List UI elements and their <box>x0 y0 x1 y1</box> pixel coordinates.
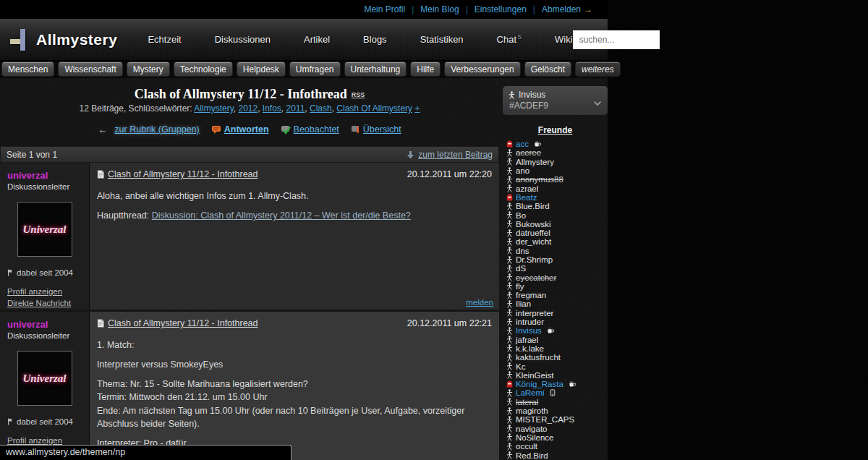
friend-row[interactable]: acc <box>503 140 608 148</box>
logout-link[interactable]: Abmelden→ <box>542 4 592 14</box>
friend-name[interactable]: magiroth <box>516 406 548 415</box>
friend-name[interactable]: Bo <box>516 211 526 220</box>
search-input[interactable] <box>573 30 660 49</box>
nav-item-artikel[interactable]: Artikel <box>304 34 330 45</box>
friend-name[interactable]: anonymus88 <box>516 175 563 184</box>
keyword-link[interactable]: Clash Of Allmystery <box>336 103 412 114</box>
user-link-direkte-nachricht[interactable]: Direkte Nachricht <box>7 299 82 307</box>
friend-name[interactable]: LaRemi <box>516 388 545 397</box>
friend-row[interactable]: jafrael <box>503 336 608 344</box>
friend-row[interactable]: MISTER_CAPS <box>503 415 608 424</box>
friend-name[interactable]: KleinGeist <box>516 371 553 380</box>
keyword-link[interactable]: 2011 <box>286 103 305 114</box>
friend-row[interactable]: ano <box>503 166 608 175</box>
friend-row[interactable]: azrael <box>503 184 608 192</box>
site-logo[interactable]: Allmystery <box>9 27 117 53</box>
friend-row[interactable]: Red.Bird <box>503 451 608 459</box>
friend-name[interactable]: azrael <box>516 184 538 193</box>
friend-name[interactable]: occult <box>516 442 537 451</box>
friend-row[interactable]: Blue.Bird <box>503 202 608 210</box>
friend-row[interactable]: datrueffel <box>503 229 608 237</box>
friend-name[interactable]: ano <box>516 166 529 175</box>
friend-name[interactable]: intruder <box>516 318 544 326</box>
friend-row[interactable]: dS <box>503 264 608 273</box>
tab-mystery[interactable]: Mystery <box>127 61 170 77</box>
post-title-link[interactable]: Clash of Allmystery 11/12 - Infothread <box>108 318 258 328</box>
friend-row[interactable]: anonymus88 <box>503 175 608 184</box>
post-username[interactable]: univerzal <box>7 319 82 330</box>
friend-name[interactable]: datrueffel <box>516 229 550 237</box>
friend-name[interactable]: eyecatcher <box>516 273 556 282</box>
friend-name[interactable]: Red.Bird <box>516 451 548 460</box>
keyword-link[interactable]: 2012 <box>238 103 258 114</box>
nav-item-statistiken[interactable]: Statistiken <box>420 34 464 45</box>
keyword-link[interactable]: Allmystery <box>194 103 233 114</box>
friend-row[interactable]: eyecatcher <box>503 273 608 281</box>
friend-name[interactable]: acc <box>516 140 529 148</box>
friend-name[interactable]: König_Rasta <box>516 380 563 388</box>
friend-row[interactable]: NoSilence <box>503 433 608 442</box>
friend-row[interactable]: der_wicht <box>503 237 608 246</box>
tab-weiteres[interactable]: weiteres <box>575 61 621 77</box>
friend-name[interactable]: dns <box>516 247 529 255</box>
friend-row[interactable]: Allmystery <box>503 158 608 166</box>
friend-name[interactable]: interpreter <box>516 309 553 318</box>
friend-row[interactable]: interpreter <box>503 309 608 318</box>
friend-row[interactable]: König_Rasta <box>503 380 608 388</box>
friend-row[interactable]: Bukowski <box>503 220 608 229</box>
back-to-rubrik-link[interactable]: ← zur Rubrik (Gruppen) <box>98 124 199 135</box>
friend-row[interactable]: LaRemi <box>503 388 608 397</box>
post-username[interactable]: univerzal <box>7 170 82 181</box>
overview-button[interactable]: Übersicht <box>351 124 401 135</box>
friend-name[interactable]: Bukowski <box>516 220 551 229</box>
friend-row[interactable]: lateral <box>503 398 608 406</box>
friend-row[interactable]: Beatz <box>503 193 608 202</box>
topbar-link[interactable]: Einstellungen <box>475 4 527 14</box>
friend-name[interactable]: Beatz <box>516 193 537 202</box>
friend-name[interactable]: Allmystery <box>516 158 554 166</box>
tab-helpdesk[interactable]: Helpdesk <box>237 61 286 77</box>
friend-row[interactable]: magiroth <box>503 406 608 415</box>
nav-item-wiki[interactable]: Wiki <box>555 34 573 45</box>
friend-row[interactable]: Dr.Shrimp <box>503 255 608 264</box>
keyword-link[interactable]: Infos <box>263 103 281 114</box>
tab-menschen[interactable]: Menschen <box>1 61 54 77</box>
friend-row[interactable]: Kc <box>503 362 608 370</box>
profile-status-box[interactable]: Invisus #ACDEF9 <box>503 86 608 115</box>
chevron-down-icon[interactable] <box>594 95 601 108</box>
report-link[interactable]: melden <box>466 298 493 307</box>
friend-name[interactable]: Blue.Bird <box>516 202 550 210</box>
friend-name[interactable]: Invisus <box>516 326 542 335</box>
tab-verbesserungen[interactable]: Verbesserungen <box>444 61 520 77</box>
friend-name[interactable]: fregman <box>516 291 546 299</box>
friend-row[interactable]: k.k.lake <box>503 344 608 353</box>
friend-row[interactable]: Bo <box>503 210 608 219</box>
tab-hilfe[interactable]: Hilfe <box>410 61 441 77</box>
friend-name[interactable]: lateral <box>516 398 538 406</box>
rss-link[interactable]: RSS <box>352 91 365 98</box>
keyword-link[interactable]: Clash <box>310 103 332 114</box>
friend-name[interactable]: MISTER_CAPS <box>516 415 574 424</box>
post-title-link[interactable]: Clash of Allmystery 11/12 - Infothread <box>108 169 258 179</box>
friend-row[interactable]: kaktusfrucht <box>503 353 608 362</box>
nav-item-diskussionen[interactable]: Diskussionen <box>215 34 271 45</box>
tab-gel-scht[interactable]: Gelöscht <box>524 61 571 77</box>
nav-item-echtzeit[interactable]: Echtzeit <box>148 34 181 45</box>
reply-button[interactable]: Antworten <box>211 124 269 135</box>
tab-technologie[interactable]: Technologie <box>174 61 233 77</box>
friend-row[interactable]: aceree <box>503 148 608 157</box>
friend-name[interactable]: kaktusfrucht <box>516 353 561 362</box>
friend-name[interactable]: dS <box>516 264 526 273</box>
watched-button[interactable]: Beobachtet <box>281 124 339 135</box>
topbar-link[interactable]: Mein Profil <box>364 4 405 14</box>
add-keyword-link[interactable]: + <box>414 103 420 114</box>
friend-row[interactable]: fly <box>503 282 608 291</box>
friend-name[interactable]: fly <box>516 282 524 291</box>
friend-row[interactable]: occult <box>503 442 608 451</box>
last-post-link[interactable]: zum letzten Beitrag <box>418 150 493 160</box>
friend-name[interactable]: NoSilence <box>516 433 553 442</box>
friend-row[interactable]: KleinGeist <box>503 371 608 380</box>
nav-item-blogs[interactable]: Blogs <box>363 34 387 45</box>
post-body-link[interactable]: Diskussion: Clash of Allmystery 2011/12 … <box>152 210 411 221</box>
friend-name[interactable]: jafrael <box>516 336 538 344</box>
